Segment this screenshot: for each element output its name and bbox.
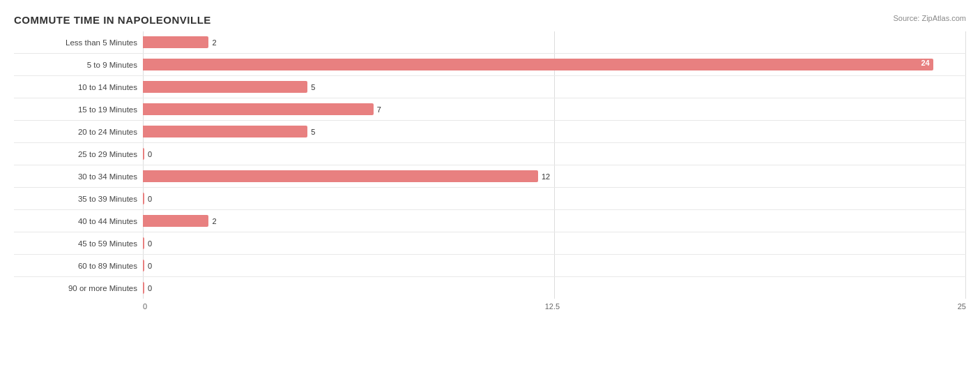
bar-label: 45 to 59 Minutes — [14, 239, 143, 248]
chart-area: Less than 5 Minutes25 to 9 Minutes2410 t… — [14, 31, 966, 320]
bar-fill — [143, 193, 144, 205]
bar-value-label: 7 — [377, 105, 381, 114]
bar-fill — [143, 81, 307, 94]
bar-row: 20 to 24 Minutes5 — [14, 121, 966, 143]
bar-row: Less than 5 Minutes2 — [14, 31, 966, 54]
bar-track: 5 — [143, 78, 966, 96]
x-axis-label: 12.5 — [545, 302, 560, 311]
bar-row: 60 to 89 Minutes0 — [14, 255, 966, 277]
bar-track: 24 — [143, 56, 966, 73]
chart-container: COMMUTE TIME IN NAPOLEONVILLE Source: Zi… — [0, 0, 980, 365]
bar-value-label: 0 — [148, 239, 152, 248]
bar-label: 20 to 24 Minutes — [14, 128, 143, 136]
bar-track: 12 — [143, 167, 966, 185]
bar-row: 35 to 39 Minutes0 — [14, 188, 966, 210]
bar-row: 10 to 14 Minutes5 — [14, 76, 966, 98]
bar-fill — [143, 148, 144, 161]
bars-container: Less than 5 Minutes25 to 9 Minutes2410 t… — [14, 31, 966, 299]
x-axis: 012.525 — [143, 302, 966, 320]
bar-fill — [143, 260, 144, 272]
bar-value-label: 2 — [212, 38, 216, 47]
bar-track: 0 — [143, 234, 966, 252]
bar-row: 40 to 44 Minutes2 — [14, 210, 966, 232]
chart-title: COMMUTE TIME IN NAPOLEONVILLE — [14, 14, 966, 26]
bar-label: 25 to 29 Minutes — [14, 150, 143, 158]
bar-track: 2 — [143, 33, 966, 51]
bar-row: 90 or more Minutes0 — [14, 277, 966, 299]
bar-row: 30 to 34 Minutes12 — [14, 165, 966, 188]
x-axis-label: 25 — [958, 302, 966, 311]
bar-label: 60 to 89 Minutes — [14, 262, 143, 270]
bar-row: 15 to 19 Minutes7 — [14, 98, 966, 121]
bar-fill — [143, 282, 144, 295]
bar-track: 5 — [143, 123, 966, 140]
bar-value-label: 0 — [148, 284, 152, 292]
source-label: Source: ZipAtlas.com — [893, 14, 966, 22]
bar-value-label: 12 — [542, 172, 550, 181]
bar-track: 2 — [143, 212, 966, 230]
bar-value-label: 0 — [148, 195, 152, 203]
x-axis-label: 0 — [143, 302, 147, 311]
bar-fill — [143, 237, 144, 250]
bar-label: 35 to 39 Minutes — [14, 195, 143, 203]
bar-value-label: 2 — [212, 217, 216, 225]
bar-fill: 24 — [143, 59, 933, 71]
bar-track: 7 — [143, 100, 966, 118]
bar-value-label: 0 — [148, 262, 152, 270]
bar-row: 45 to 59 Minutes0 — [14, 232, 966, 255]
bar-value-label: 0 — [148, 150, 152, 158]
bar-value-label: 5 — [311, 83, 315, 91]
bar-fill — [143, 170, 538, 183]
bar-track: 0 — [143, 190, 966, 207]
bar-track: 0 — [143, 279, 966, 297]
bar-label: Less than 5 Minutes — [14, 38, 143, 47]
bar-value-inside: 24 — [921, 59, 930, 67]
bar-fill — [143, 215, 208, 228]
bar-label: 10 to 14 Minutes — [14, 83, 143, 91]
bar-row: 25 to 29 Minutes0 — [14, 143, 966, 165]
bar-fill — [143, 126, 307, 138]
bar-value-label: 5 — [311, 128, 315, 136]
bar-fill — [143, 36, 208, 49]
bar-fill — [143, 103, 374, 116]
bar-label: 15 to 19 Minutes — [14, 105, 143, 114]
bar-label: 5 to 9 Minutes — [14, 61, 143, 69]
bar-row: 5 to 9 Minutes24 — [14, 54, 966, 76]
bar-track: 0 — [143, 257, 966, 274]
bar-label: 40 to 44 Minutes — [14, 217, 143, 225]
bar-track: 0 — [143, 145, 966, 163]
bar-label: 90 or more Minutes — [14, 284, 143, 292]
bar-label: 30 to 34 Minutes — [14, 172, 143, 181]
